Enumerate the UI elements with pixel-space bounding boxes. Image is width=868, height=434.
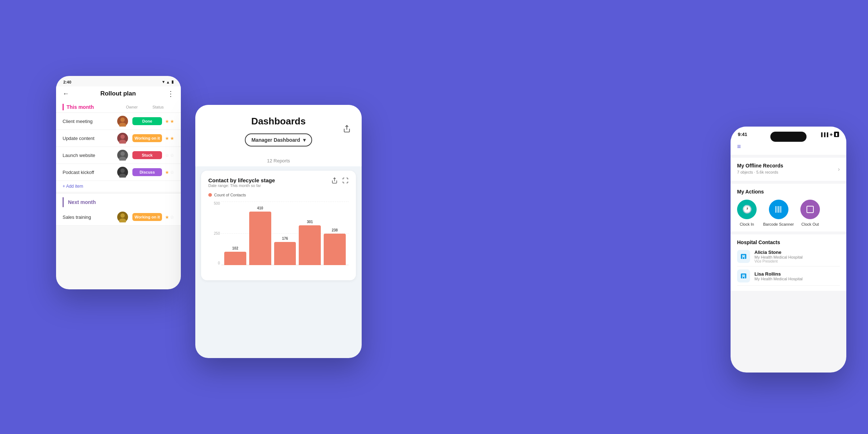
contact-org-2: My Health Medical Hospital	[754, 277, 803, 281]
chart-share-icon[interactable]	[331, 177, 338, 185]
signal-icon: ▲	[166, 80, 170, 84]
chart-bar	[274, 242, 296, 265]
share-button[interactable]	[343, 125, 351, 135]
avatar	[117, 167, 128, 178]
status-badge: Working on it	[132, 213, 162, 221]
svg-rect-12	[775, 206, 776, 213]
offline-records-section: My Offline Records 7 objects · 5.6k reco…	[731, 158, 846, 181]
phone-header-1: ← Rollout plan ⋮	[56, 86, 181, 102]
bar-value: 238	[332, 228, 338, 232]
barcode-scanner-icon	[769, 200, 788, 219]
svg-rect-17	[807, 206, 813, 213]
bar-value: 410	[257, 206, 263, 210]
owner-col-header: Owner	[122, 105, 142, 109]
chart-legend: Count of Contacts	[208, 193, 349, 197]
table-row: Update content Working on it ★★	[56, 130, 181, 147]
contact-org-1: My Health Medical Hospital	[754, 255, 803, 259]
wifi-icon: ▾	[162, 80, 165, 84]
action-item-clock-out[interactable]: Clock Out	[800, 200, 820, 226]
y-tick-0: 0	[218, 261, 220, 265]
chart-bar-group: 102	[224, 246, 246, 265]
y-tick-500: 500	[214, 201, 220, 205]
star-rating: ★☆	[165, 170, 174, 175]
action-label-clock-out: Clock Out	[801, 222, 819, 226]
action-item-barcode[interactable]: Barcode Scanner	[763, 200, 794, 226]
chart-expand-icon[interactable]	[342, 177, 349, 185]
actions-grid: 🕐 Clock In Barcode Scanner	[737, 200, 840, 226]
contact-item[interactable]: Lisa Rollins My Health Medical Hospital	[737, 267, 840, 286]
offline-records-title: My Offline Records	[737, 163, 783, 169]
phone2-dashboards: Dashboards Manager Dashboard ▾ 12 Report…	[195, 105, 362, 358]
time-display: 2:40	[63, 80, 71, 84]
y-tick-250: 250	[214, 231, 220, 235]
chevron-down-icon: ▾	[303, 137, 306, 143]
status-badge: Done	[132, 117, 162, 125]
task-name: Sales training	[63, 214, 112, 220]
svg-rect-19	[743, 256, 744, 258]
svg-point-5	[119, 157, 126, 161]
chevron-right-icon[interactable]: ›	[838, 166, 840, 173]
table-row: Podcast kickoff Discuss ★☆	[56, 164, 181, 181]
add-item-button[interactable]: + Add item	[56, 181, 181, 192]
chart-card: Contact by lifecycle stage Date range: T…	[201, 171, 356, 280]
dashboard-dropdown[interactable]: Manager Dashboard ▾	[245, 133, 312, 146]
svg-point-7	[119, 174, 126, 178]
time-display-3: 9:41	[738, 132, 747, 137]
back-button[interactable]: ←	[63, 90, 69, 98]
table-row: Client meeting Done ★★	[56, 113, 181, 130]
status-badge: Discuss	[132, 168, 162, 176]
task-name: Podcast kickoff	[63, 170, 112, 175]
svg-rect-21	[743, 276, 744, 277]
task-name: Client meeting	[63, 119, 112, 124]
svg-rect-15	[779, 206, 780, 213]
task-name: Update content	[63, 136, 112, 141]
clock-in-icon: 🕐	[737, 200, 757, 219]
contact-item[interactable]: Alicia Stone My Health Medical Hospital …	[737, 247, 840, 267]
contact-icon-2	[737, 269, 750, 282]
contact-icon-1	[737, 250, 750, 263]
svg-point-0	[120, 118, 125, 122]
svg-point-2	[120, 135, 125, 139]
status-col-header: Status	[142, 105, 174, 109]
battery-icon-3: ▮	[834, 132, 839, 137]
action-item-clock-in[interactable]: 🕐 Clock In	[737, 200, 757, 226]
action-label-clock-in: Clock In	[740, 222, 754, 226]
svg-rect-14	[778, 206, 779, 213]
next-month-label: Next month	[68, 199, 96, 205]
table-row: Sales training Working on it ★☆	[56, 209, 181, 226]
offline-records-sub: 7 objects · 5.6k records	[737, 170, 783, 174]
star-rating: ★★	[165, 119, 174, 124]
contact-name-2: Lisa Rollins	[754, 271, 803, 277]
hamburger-menu[interactable]: ≡	[737, 143, 741, 150]
action-label-barcode: Barcode Scanner	[763, 222, 794, 226]
legend-dot	[208, 193, 212, 197]
avatar	[117, 212, 128, 222]
avatar	[117, 133, 128, 144]
status-badge: Working on it	[132, 134, 162, 142]
contact-name-1: Alicia Stone	[754, 250, 803, 255]
bar-value: 301	[307, 220, 313, 224]
bar-value: 102	[232, 246, 238, 250]
bar-value: 176	[282, 237, 288, 241]
next-month-items: Sales training Working on it ★☆	[56, 209, 181, 226]
svg-point-6	[120, 169, 125, 173]
chart-bar	[324, 234, 346, 265]
status-icons-3: ▐▐▐ ◈ ▮	[820, 132, 839, 137]
wifi-icon-3: ◈	[830, 132, 833, 137]
task-name: Launch website	[63, 153, 112, 158]
star-rating: ★★	[165, 136, 174, 141]
chart-bar-group: 176	[274, 237, 296, 265]
svg-point-8	[120, 213, 125, 218]
notch	[770, 132, 807, 142]
svg-point-4	[120, 152, 125, 156]
page-title-1: Rollout plan	[100, 90, 136, 97]
nav-bar-3: ≡	[731, 140, 846, 155]
phone1-rollout: 2:40 ▾ ▲ ▮ ← Rollout plan ⋮ This month O…	[56, 76, 181, 289]
more-options-button[interactable]: ⋮	[167, 89, 174, 98]
status-bar-1: 2:40 ▾ ▲ ▮	[56, 76, 181, 86]
hospital-contacts-section: Hospital Contacts Alicia Stone My Health…	[731, 234, 846, 291]
chart-bar	[249, 212, 271, 265]
clock-out-icon	[800, 200, 820, 219]
signal-bars: ▐▐▐	[820, 132, 828, 137]
contact-title-1: Vice President	[754, 259, 803, 263]
